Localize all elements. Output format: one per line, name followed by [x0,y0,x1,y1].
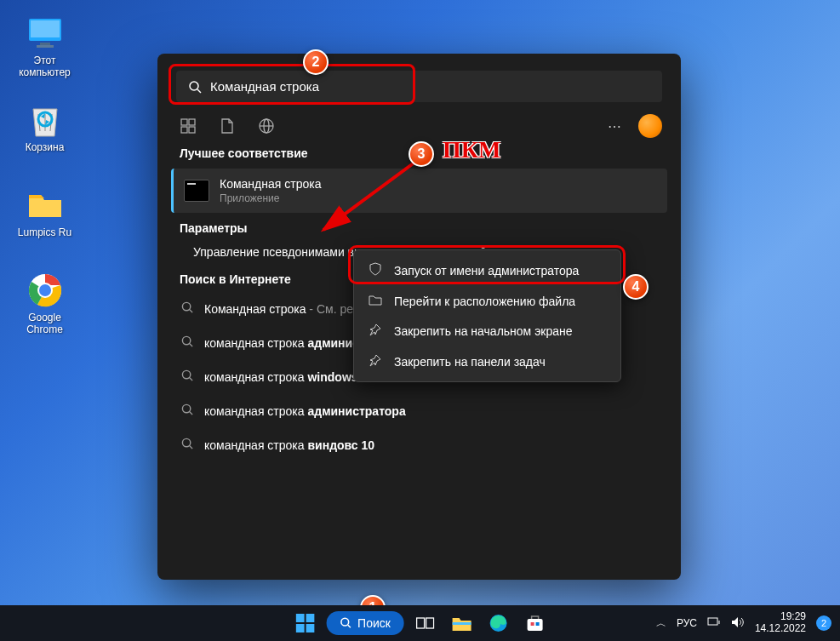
svg-point-7 [39,284,51,296]
taskbar-task-view[interactable] [410,608,441,638]
best-match-subtitle: Приложение [220,192,321,204]
monitor-icon [27,15,63,51]
search-icon [340,617,351,629]
taskbar-store[interactable] [520,608,551,638]
desktop-icon-folder[interactable]: Lumpics Ru [13,187,77,238]
cmd-icon [184,180,209,202]
svg-rect-3 [37,45,54,48]
tray-language[interactable]: РУС [677,617,697,629]
ctx-pin-start[interactable]: Закрепить на начальном экране [358,316,616,346]
search-tabs: ⋯ [176,114,662,138]
svg-rect-10 [181,119,187,125]
svg-rect-11 [189,119,195,125]
pin-icon [369,354,384,369]
svg-point-32 [340,618,348,626]
search-icon [181,301,194,317]
notification-badge[interactable]: 2 [816,615,831,631]
svg-point-8 [190,82,198,90]
ctx-pin-taskbar[interactable]: Закрепить на панели задач [358,346,616,377]
search-icon [181,335,194,351]
start-button[interactable] [289,608,320,638]
svg-rect-34 [417,618,425,628]
svg-line-33 [347,625,350,627]
svg-rect-30 [295,624,304,632]
tray-clock[interactable]: 19:29 14.12.2022 [755,611,806,635]
ctx-run-as-admin[interactable]: Запуск от имени администратора [358,255,616,286]
callout-2: 2 [303,49,329,75]
svg-rect-29 [306,614,314,622]
svg-rect-28 [295,614,304,622]
search-icon [181,438,194,453]
tray-chevron-up-icon[interactable]: ︿ [656,616,666,631]
search-icon [188,80,202,94]
search-input[interactable]: Командная строка [176,71,662,102]
ctx-open-location[interactable]: Перейти к расположению файла [358,286,616,316]
taskbar-explorer[interactable] [447,608,477,638]
svg-point-23 [182,404,190,412]
taskbar-edge[interactable] [483,608,514,638]
pin-icon [369,323,384,339]
svg-rect-40 [536,622,540,626]
svg-rect-41 [708,618,717,625]
svg-line-18 [190,310,192,312]
folder-icon [27,187,63,223]
callout-4: 4 [623,274,649,300]
more-options[interactable]: ⋯ [603,114,626,138]
svg-rect-13 [189,127,195,133]
best-match-result[interactable]: Командная строка Приложение [171,169,667,213]
svg-rect-31 [306,624,314,632]
svg-line-22 [190,378,192,381]
annotation-pkm-label: ПКМ [443,136,501,163]
web-result[interactable]: командная строка виндовс 10 [171,431,667,460]
svg-rect-12 [181,127,187,133]
search-icon [181,369,194,385]
desktop-icon-recycle-bin[interactable]: Корзина [13,102,77,153]
network-icon[interactable] [707,616,721,631]
desktop-icon-this-pc[interactable]: Этот компьютер [13,15,77,79]
best-match-title: Командная строка [220,177,321,191]
recycle-bin-icon [27,102,63,138]
callout-3: 3 [409,141,434,167]
search-icon [181,403,194,419]
user-avatar[interactable] [638,114,662,138]
tab-apps[interactable] [176,114,200,138]
svg-rect-35 [426,618,434,628]
tab-web[interactable] [254,114,278,138]
folder-open-icon [369,294,384,308]
svg-rect-2 [40,43,50,45]
chrome-icon [27,272,63,308]
context-menu: Запуск от имени администратора Перейти к… [353,249,621,382]
svg-point-17 [182,302,190,310]
tab-documents[interactable] [215,114,239,138]
svg-line-9 [197,89,201,93]
svg-line-20 [190,344,192,346]
svg-rect-36 [453,622,471,625]
svg-rect-1 [31,20,60,37]
taskbar: Поиск ︿ РУС 19:29 14.12.2022 2 [0,605,840,641]
volume-icon[interactable] [731,616,745,631]
svg-point-19 [182,336,190,344]
web-result[interactable]: командная строка администратора [171,397,667,426]
svg-line-26 [190,446,192,449]
shield-icon [369,262,384,278]
svg-rect-38 [528,619,543,631]
svg-point-21 [182,370,190,378]
svg-point-25 [182,438,190,446]
svg-rect-39 [531,622,534,626]
svg-line-24 [190,412,192,415]
search-query-text: Командная строка [210,79,319,94]
taskbar-search[interactable]: Поиск [326,611,404,635]
desktop-icon-chrome[interactable]: Google Chrome [13,272,77,336]
params-heading: Параметры [180,221,659,235]
